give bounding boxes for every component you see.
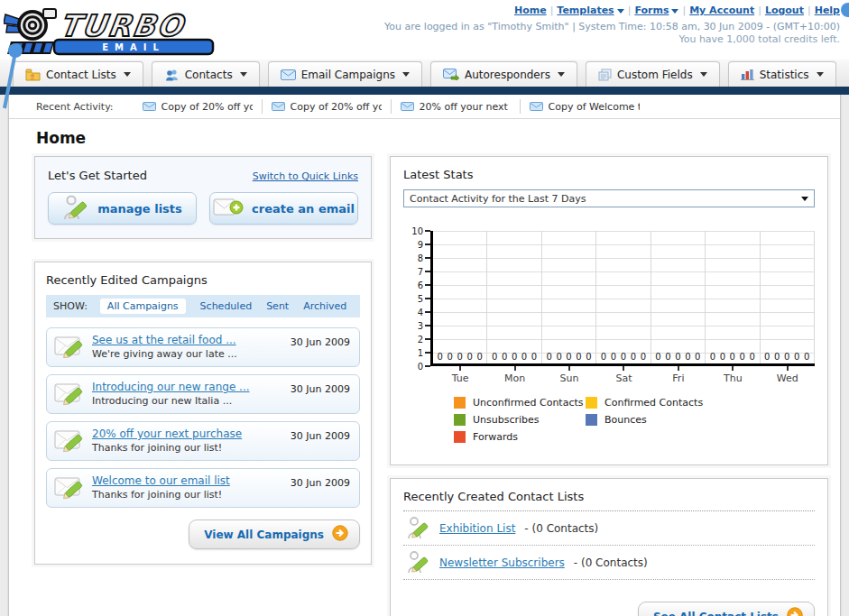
campaign-filter-scheduled[interactable]: Scheduled <box>200 300 253 312</box>
top-nav-link-forms[interactable]: Forms <box>634 5 669 16</box>
chart-value-label: 0 <box>710 352 715 362</box>
chart-legend: Unconfirmed ContactsConfirmed ContactsUn… <box>454 397 815 448</box>
tab-label: Statistics <box>760 69 809 81</box>
view-all-campaigns-label: View All Campaigns <box>204 529 324 541</box>
mail-small-icon <box>401 102 414 111</box>
recent-activity-item-label: 20% off your next p <box>420 101 511 113</box>
contact-list-count: - (0 Contacts) <box>524 522 598 535</box>
tab-contact-lists[interactable]: Contact Lists <box>13 61 143 87</box>
legend-label: Confirmed Contacts <box>604 397 703 409</box>
campaign-text: 20% off your next purchaseThanks for joi… <box>92 428 291 454</box>
chart-value-label: 0 <box>438 352 443 362</box>
contact-activity-chart: 012345678910 000000000000000000000000000… <box>403 231 815 384</box>
x-axis-tick-mark <box>623 366 624 371</box>
stats-period-select[interactable]: Contact Activity for the Last 7 Days <box>403 189 815 207</box>
campaign-text: Welcome to our email listThanks for join… <box>92 474 291 501</box>
recent-activity-bar: Recent Activity: Copy of 20% off yoCopy … <box>9 95 840 119</box>
recent-activity-item[interactable]: Copy of Welcome to <box>521 99 649 114</box>
tab-email-campaigns[interactable]: Email Campaigns <box>268 61 422 87</box>
campaign-filter-sent[interactable]: Sent <box>266 300 289 312</box>
legend-item: Unconfirmed Contacts <box>454 397 586 409</box>
x-axis-category-label: Thu <box>706 372 760 384</box>
contact-list-item[interactable]: Newsletter Subscribers - (0 Contacts) <box>403 546 815 580</box>
campaign-row[interactable]: 20% off your next purchaseThanks for joi… <box>46 421 360 461</box>
chart-value-label: 0 <box>502 352 507 362</box>
x-axis-category: Mon <box>487 366 541 384</box>
campaign-subtitle: Introducing our new Italia ... <box>92 395 291 407</box>
recent-activity-item[interactable]: Copy of 20% off yo <box>134 99 263 114</box>
contact-list-link[interactable]: Newsletter Subscribers <box>439 556 565 569</box>
chart-value-label: 0 <box>695 352 700 362</box>
nav-separator: | <box>807 5 811 16</box>
campaign-title-link[interactable]: See us at the retail food ... <box>92 334 291 346</box>
recent-activity-item[interactable]: 20% off your next p <box>392 99 521 114</box>
chart-day-group: 00000 <box>596 231 651 363</box>
chart-value-label: 0 <box>740 352 745 362</box>
chart-value-label: 0 <box>784 352 789 362</box>
create-email-button[interactable]: create an email <box>209 192 358 225</box>
manage-lists-button[interactable]: manage lists <box>48 192 197 225</box>
chart-value-label: 0 <box>448 352 453 362</box>
chart-value-label: 0 <box>531 352 537 362</box>
tab-label: Contacts <box>185 69 233 81</box>
y-axis-tick-label: 9 <box>418 241 423 250</box>
chart-value-labels: 00000 <box>542 352 595 362</box>
logo-subtitle-text: EMAIL <box>102 42 165 52</box>
y-axis-tick-label: 10 <box>411 227 423 236</box>
envelope-pencil-icon <box>54 473 92 501</box>
campaign-title-link[interactable]: 20% off your next purchase <box>92 428 291 440</box>
switch-quick-links-link[interactable]: Switch to Quick Links <box>253 170 358 182</box>
top-nav-link-templates[interactable]: Templates <box>557 5 614 16</box>
nav-separator: | <box>682 5 686 16</box>
manage-lists-label: manage lists <box>97 202 182 216</box>
x-axis-tick-mark <box>678 366 679 371</box>
contact-list-item[interactable]: Exhibition List - (0 Contacts) <box>403 511 815 546</box>
chart-value-label: 0 <box>576 352 581 362</box>
nav-separator: | <box>758 5 761 16</box>
chart-day-group: 00000 <box>651 231 706 363</box>
campaign-title-link[interactable]: Introducing our new range ... <box>92 381 291 393</box>
campaign-row[interactable]: Introducing our new range ...Introducing… <box>46 374 360 414</box>
campaign-filter-archived[interactable]: Archived <box>303 300 346 312</box>
barchart-icon <box>741 69 754 80</box>
tab-custom-fields[interactable]: Custom Fields <box>586 61 720 87</box>
y-axis-tick-label: 7 <box>418 268 423 277</box>
top-nav-link-logout[interactable]: Logout <box>765 5 804 16</box>
chart-value-label: 0 <box>631 352 636 362</box>
chart-value-label: 0 <box>521 352 527 362</box>
envelope-pencil-icon <box>54 333 92 361</box>
chart-value-label: 0 <box>601 352 606 362</box>
see-all-contact-lists-label: See All Contact Lists <box>653 611 779 616</box>
campaign-row[interactable]: Welcome to our email listThanks for join… <box>46 468 360 508</box>
tab-statistics[interactable]: Statistics <box>728 61 836 87</box>
legend-label: Unconfirmed Contacts <box>473 397 584 409</box>
campaign-filter-bar: SHOW: All CampaignsScheduledSentArchived <box>46 295 360 317</box>
campaign-filter-all-campaigns[interactable]: All Campaigns <box>100 299 186 314</box>
chart-day-group: 00000 <box>487 231 541 363</box>
y-axis-tick-label: 3 <box>418 322 423 331</box>
contact-lists-panel-title: Recently Created Contact Lists <box>403 490 584 503</box>
campaign-date: 30 Jun 2009 <box>291 336 350 348</box>
campaign-title-link[interactable]: Welcome to our email list <box>92 474 291 487</box>
see-all-contact-lists-button[interactable]: See All Contact Lists <box>638 602 815 616</box>
get-started-panel: Let's Get Started Switch to Quick Links … <box>34 156 372 239</box>
top-nav-link-home[interactable]: Home <box>514 5 547 16</box>
legend-label: Unsubscribes <box>473 414 540 426</box>
chart-value-label: 0 <box>655 352 660 362</box>
campaign-row[interactable]: See us at the retail food ...We're givin… <box>46 327 360 367</box>
chart-value-label: 0 <box>621 352 626 362</box>
envelope-icon <box>281 69 296 80</box>
y-axis-tick-label: 6 <box>418 281 423 290</box>
view-all-campaigns-button[interactable]: View All Campaigns <box>189 519 360 549</box>
chevron-down-icon <box>558 72 565 77</box>
tab-contacts[interactable]: Contacts <box>152 61 260 87</box>
legend-swatch <box>454 414 466 426</box>
contact-list-count: - (0 Contacts) <box>574 556 648 569</box>
top-nav-link-help[interactable]: Help <box>815 5 840 16</box>
contact-list-link[interactable]: Exhibition List <box>439 522 515 535</box>
recent-activity-item[interactable]: Copy of 20% off yo <box>263 99 392 114</box>
app-logo[interactable]: TURBO EMAIL <box>4 2 229 60</box>
top-nav-link-my-account[interactable]: My Account <box>689 5 754 16</box>
campaign-text: See us at the retail food ...We're givin… <box>92 334 291 360</box>
tab-autoresponders[interactable]: Autoresponders <box>430 61 577 87</box>
